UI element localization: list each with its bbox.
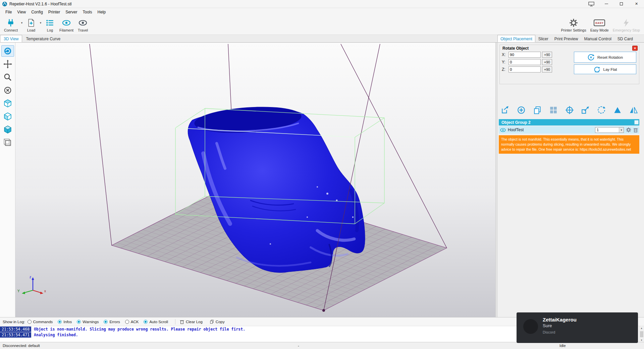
lay-flat-label: Lay Flat: [603, 67, 617, 71]
lay-flat-button[interactable]: Lay Flat: [574, 64, 636, 74]
top-view-button[interactable]: [1, 124, 14, 135]
menu-printer[interactable]: Printer: [46, 9, 63, 15]
rotate-z-plus90-button[interactable]: +90: [542, 66, 552, 72]
log-filter-commands[interactable]: Commands: [28, 320, 53, 324]
tab-manual-control[interactable]: Manual Control: [581, 35, 614, 42]
rotate-object-title: Rotate Object: [502, 46, 529, 51]
close-rotate-panel-button[interactable]: ✕: [632, 46, 638, 51]
add-object-icon: [517, 106, 526, 114]
menu-help[interactable]: Help: [95, 9, 109, 15]
overlay-username: ZettaiKagerou: [543, 317, 633, 322]
connect-dropdown-button[interactable]: ▾: [20, 17, 24, 24]
tab-print-preview[interactable]: Print Preview: [551, 35, 581, 42]
emergency-stop-button[interactable]: Emergency Stop: [611, 17, 642, 33]
magnifier-icon: [3, 73, 12, 82]
tab-bar: 3D View Temperature Curve Object Placeme…: [0, 35, 644, 43]
rotate-y-input[interactable]: [508, 59, 541, 65]
clear-log-button[interactable]: Clear Log: [180, 319, 203, 324]
status-center-text: -: [298, 344, 299, 348]
show-in-log-label: Show in Log:: [3, 320, 25, 324]
reset-rotation-button[interactable]: Reset Rotation: [574, 52, 636, 63]
maximize-button[interactable]: [614, 0, 629, 8]
perspective-box-button[interactable]: [1, 137, 14, 148]
rotate-x-label: X:: [502, 52, 507, 57]
move-view-button[interactable]: [1, 58, 14, 70]
printer-settings-button[interactable]: Printer Settings: [559, 17, 588, 33]
rotate-z-input[interactable]: [508, 66, 541, 72]
radio-icon: [77, 320, 81, 324]
rotate-x-input[interactable]: [508, 52, 541, 58]
tab-object-placement[interactable]: Object Placement: [497, 35, 535, 42]
tab-3d-view[interactable]: 3D View: [0, 35, 22, 42]
zoom-view-button[interactable]: [1, 71, 14, 83]
log-filter-ack[interactable]: ACK: [125, 320, 139, 324]
3d-viewport[interactable]: z x Y: [15, 43, 495, 317]
manifold-warning: The object is not manifold. This essenti…: [499, 135, 639, 154]
object-count-combo[interactable]: 1 ▾: [595, 127, 624, 133]
tab-temperature-curve[interactable]: Temperature Curve: [22, 35, 64, 42]
rotate-object-button[interactable]: [596, 105, 607, 115]
scroll-up-icon[interactable]: ▲: [641, 327, 642, 330]
copy-object-icon: [533, 106, 542, 114]
tab-sd-card[interactable]: SD Card: [614, 35, 636, 42]
menu-view[interactable]: View: [14, 9, 29, 15]
load-dropdown-button[interactable]: ▾: [39, 17, 43, 24]
minimize-icon: [605, 4, 608, 4]
wire-box-icon: [3, 138, 12, 147]
rotate-object-panel: Rotate Object ✕ X: +90 Y: +90 Z: +90 Res: [499, 45, 639, 84]
export-object-button[interactable]: [499, 105, 511, 115]
filament-eye-icon: [62, 18, 71, 28]
log-filter-autoscroll[interactable]: Auto Scroll: [144, 320, 168, 324]
object-list-item[interactable]: HoofTest 1 ▾: [499, 126, 639, 134]
maximize-icon: [620, 2, 623, 5]
mirror-object-button[interactable]: [628, 105, 639, 115]
load-button[interactable]: Load: [24, 17, 39, 33]
object-visible-eye-icon[interactable]: [500, 128, 506, 132]
display-icon: [584, 0, 599, 8]
combo-caret-icon[interactable]: ▾: [619, 128, 624, 133]
connect-button[interactable]: Connect: [2, 17, 20, 33]
center-object-button[interactable]: [564, 105, 575, 115]
object-count-value: 1: [595, 128, 619, 133]
lay-flat-icon: [593, 66, 601, 73]
travel-toggle-button[interactable]: Travel: [75, 17, 90, 33]
log-toggle-button[interactable]: Log: [43, 17, 57, 33]
filament-toggle-button[interactable]: Filament: [57, 17, 75, 33]
menu-config[interactable]: Config: [29, 9, 46, 15]
menu-server[interactable]: Server: [63, 9, 80, 15]
autoposition-button[interactable]: [548, 105, 559, 115]
rotate-view-button[interactable]: [1, 45, 14, 57]
copy-log-button[interactable]: Copy: [210, 319, 225, 324]
log-scrollbar[interactable]: ▲ ▼: [639, 326, 644, 342]
rotate-x-plus90-button[interactable]: +90: [542, 52, 552, 58]
status-bar: Disconnected: default - Idle: [0, 342, 644, 349]
front-view-button[interactable]: [1, 111, 14, 122]
log-filter-errors[interactable]: Errors: [104, 320, 120, 324]
tab-slicer[interactable]: Slicer: [535, 35, 551, 42]
copy-object-button[interactable]: [532, 105, 543, 115]
log-filter-infos[interactable]: Infos: [58, 320, 72, 324]
gear-icon: [569, 18, 578, 28]
close-button[interactable]: ✕: [629, 0, 644, 8]
scale-object-button[interactable]: [580, 105, 591, 115]
group-collapse-button[interactable]: [634, 120, 639, 124]
delete-object-trash-icon[interactable]: [633, 128, 638, 133]
object-actions-toolbar: [499, 105, 639, 115]
front-cube-icon: [3, 112, 12, 121]
object-settings-gear-icon[interactable]: [626, 127, 631, 133]
scroll-down-icon[interactable]: ▼: [641, 339, 642, 342]
rotate-y-plus90-button[interactable]: +90: [542, 59, 552, 65]
log-filter-warnings[interactable]: Warnings: [77, 320, 99, 324]
easy-mode-button[interactable]: EASY Easy Mode: [588, 17, 611, 33]
drop-object-button[interactable]: [612, 105, 623, 115]
menu-file[interactable]: File: [3, 9, 14, 15]
minimize-button[interactable]: [599, 0, 614, 8]
menu-tools[interactable]: Tools: [80, 9, 95, 15]
object-group-header[interactable]: Object Group 2: [499, 119, 639, 126]
reset-view-button[interactable]: [1, 85, 14, 96]
isometric-view-button[interactable]: [1, 98, 14, 109]
add-object-button[interactable]: [516, 105, 527, 115]
load-file-icon: [27, 18, 36, 28]
easy-badge: EASY: [594, 19, 605, 26]
scrollbar-thumb[interactable]: [640, 331, 643, 337]
